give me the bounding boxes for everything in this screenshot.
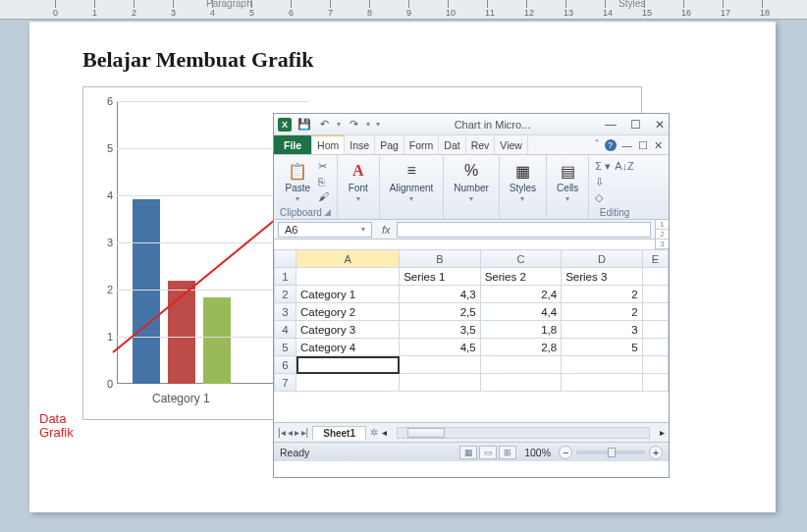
cell[interactable]	[642, 321, 668, 339]
row-header[interactable]: 2	[275, 286, 296, 303]
row-header[interactable]: 5	[275, 339, 296, 356]
undo-icon[interactable]: ↶	[317, 118, 331, 132]
tab-review[interactable]: Rev	[466, 135, 496, 154]
cells-button[interactable]: ▤Cells▾	[553, 158, 582, 205]
cell[interactable]: Series 3	[562, 268, 642, 286]
cell[interactable]	[642, 303, 668, 321]
redo-dropdown-icon[interactable]: ▾	[366, 120, 370, 129]
sort-filter-icon[interactable]: A↓Z	[615, 160, 634, 172]
minimize-button[interactable]: —	[605, 118, 617, 132]
hscroll-left-icon[interactable]: ◂	[382, 427, 387, 438]
cell[interactable]: 3,5	[400, 321, 480, 339]
cell[interactable]	[400, 374, 480, 392]
cell[interactable]	[296, 268, 400, 286]
zoom-out-button[interactable]: −	[559, 446, 572, 459]
close-button[interactable]: ✕	[655, 118, 665, 132]
cell[interactable]: 1,8	[480, 321, 561, 339]
row-header[interactable]: 1	[275, 268, 296, 286]
zoom-in-button[interactable]: +	[649, 446, 663, 459]
number-button[interactable]: %Number▾	[450, 158, 493, 205]
hscroll-right-icon[interactable]: ▸	[660, 427, 665, 438]
tab-page-layout[interactable]: Pag	[375, 135, 404, 154]
col-header-a[interactable]: A	[296, 250, 400, 268]
select-all[interactable]	[275, 250, 296, 268]
mdi-minimize-button[interactable]: —	[622, 139, 633, 151]
copy-icon[interactable]: ⎘	[318, 176, 329, 187]
sheet-nav-last-icon[interactable]: ▸|	[301, 427, 309, 438]
cell[interactable]: 2,5	[400, 303, 480, 321]
cell[interactable]	[480, 374, 561, 392]
sheet-nav-prev-icon[interactable]: ◂	[288, 427, 293, 438]
cell[interactable]	[562, 374, 642, 392]
cell[interactable]	[642, 268, 668, 286]
col-header-c[interactable]: C	[480, 250, 561, 268]
bar-series-3[interactable]	[203, 297, 231, 384]
undo-dropdown-icon[interactable]: ▾	[337, 120, 341, 129]
maximize-button[interactable]: ☐	[630, 118, 641, 132]
worksheet-grid[interactable]: A B C D E 1Series 1Series 2Series 32Cate…	[274, 249, 669, 422]
autosum-icon[interactable]: Σ ▾	[595, 160, 611, 173]
row-header[interactable]: 3	[275, 303, 296, 321]
tab-file[interactable]: File	[274, 135, 312, 154]
active-cell[interactable]	[296, 356, 400, 374]
sheet-nav-first-icon[interactable]: |◂	[278, 427, 286, 438]
tab-formulas[interactable]: Form	[404, 135, 440, 154]
split-handles[interactable]: 123	[655, 220, 669, 249]
view-page-layout-icon[interactable]: ▭	[479, 446, 497, 459]
cell[interactable]: 2	[562, 303, 642, 321]
cell[interactable]: 4,5	[400, 339, 480, 356]
cell[interactable]	[400, 356, 480, 374]
mdi-close-button[interactable]: ✕	[654, 139, 663, 151]
formula-input[interactable]	[397, 222, 651, 238]
tab-insert[interactable]: Inse	[345, 135, 375, 154]
col-header-d[interactable]: D	[562, 250, 642, 268]
cut-icon[interactable]: ✂	[318, 160, 329, 173]
hscroll-track[interactable]	[397, 427, 650, 439]
mdi-restore-button[interactable]: ☐	[638, 139, 648, 151]
cell[interactable]: Category 4	[296, 339, 400, 356]
paste-button[interactable]: 📋 Paste ▾	[282, 158, 315, 205]
cell[interactable]	[642, 286, 668, 303]
clear-icon[interactable]: ◇	[595, 191, 611, 204]
cell[interactable]	[642, 374, 668, 392]
column-headers[interactable]: A B C D E	[275, 250, 669, 268]
cell[interactable]	[562, 356, 642, 374]
app-icon[interactable]: X	[278, 118, 292, 132]
save-icon[interactable]: 💾	[297, 118, 311, 132]
fx-icon[interactable]: fx	[376, 224, 397, 236]
row-header[interactable]: 6	[275, 356, 296, 374]
zoom-thumb[interactable]	[608, 448, 616, 457]
cell[interactable]	[480, 356, 561, 374]
cell[interactable]: Category 2	[296, 303, 400, 321]
font-button[interactable]: AFont▾	[344, 158, 373, 205]
cell[interactable]: 2	[562, 286, 642, 303]
styles-button[interactable]: ▦Styles▾	[506, 158, 540, 205]
cell[interactable]	[642, 339, 668, 356]
cell[interactable]: 2,4	[480, 286, 561, 303]
titlebar[interactable]: X 💾 ↶ ▾ ↷ ▾ ▾ Chart in Micro... — ☐ ✕	[274, 114, 669, 135]
ribbon-minimize-icon[interactable]: ˆ	[595, 139, 598, 150]
cell[interactable]: 3	[562, 321, 642, 339]
view-normal-icon[interactable]: ▦	[459, 446, 477, 459]
view-page-break-icon[interactable]: ⊞	[499, 446, 516, 459]
col-header-b[interactable]: B	[400, 250, 480, 268]
tab-home[interactable]: Hom	[312, 135, 345, 154]
row-header[interactable]: 7	[275, 374, 296, 392]
cell[interactable]: 2,8	[480, 339, 561, 356]
format-painter-icon[interactable]: 🖌	[318, 190, 329, 202]
excel-window[interactable]: X 💾 ↶ ▾ ↷ ▾ ▾ Chart in Micro... — ☐ ✕ Fi…	[273, 113, 670, 478]
cell[interactable]	[296, 374, 400, 392]
sheet-nav-next-icon[interactable]: ▸	[295, 427, 299, 438]
cell[interactable]: 4,3	[400, 286, 480, 303]
cell[interactable]: Category 1	[296, 286, 400, 303]
hscroll-thumb[interactable]	[407, 428, 445, 438]
row-header[interactable]: 4	[275, 321, 296, 339]
help-icon[interactable]: ?	[605, 139, 617, 151]
cell[interactable]: 5	[562, 339, 642, 356]
name-box[interactable]: A6 ▾	[278, 222, 372, 238]
cell[interactable]: 4,4	[480, 303, 561, 321]
bar-series-1[interactable]	[133, 199, 160, 384]
new-sheet-icon[interactable]: ✲	[366, 427, 382, 438]
alignment-button[interactable]: ≡Alignment▾	[386, 158, 437, 205]
cell[interactable]	[642, 356, 668, 374]
